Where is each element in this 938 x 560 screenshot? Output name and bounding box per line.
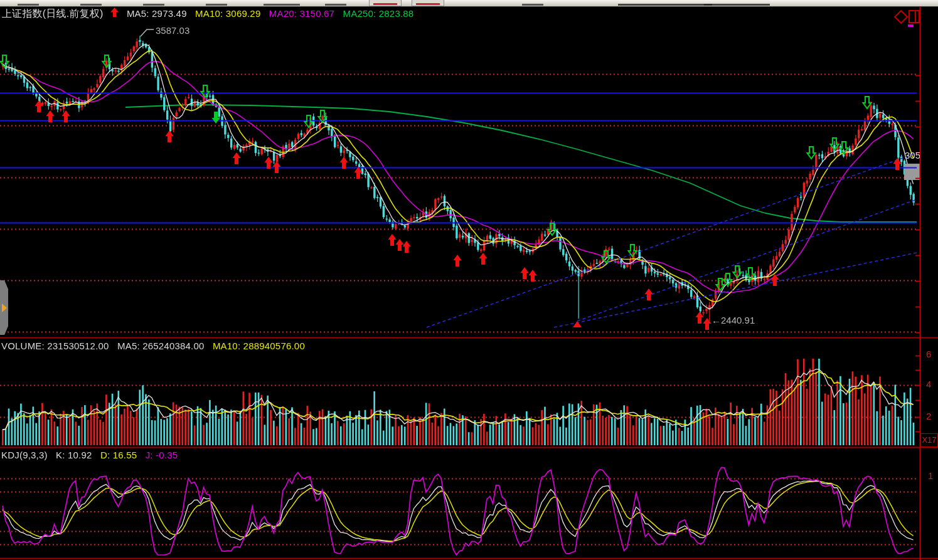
ma5-value: MA5: 2973.49 (127, 8, 187, 19)
kdj-j-value: J: -0.35 (146, 450, 178, 460)
volume-header: VOLUME: 231530512.00 MA5: 265240384.00 M… (1, 341, 311, 351)
buy-signal-icon (110, 8, 119, 19)
menu-button-stub[interactable] (369, 0, 402, 6)
kdj-axis-label: 1 (928, 470, 933, 481)
menu-item-stub[interactable] (522, 4, 543, 6)
volume-ma5-value: MA5: 265240384.00 (117, 341, 205, 351)
kdj-header: KDJ(9,3,3) K: 10.92 D: 16.55 J: -0.35 (1, 450, 183, 460)
ma250-value: MA250: 2823.88 (343, 8, 414, 19)
menu-item-stub[interactable] (264, 4, 300, 6)
split-window-icon[interactable] (909, 10, 920, 23)
kdj-d-value: D: 16.55 (100, 450, 137, 460)
ma10-value: MA10: 3069.29 (195, 8, 260, 19)
menubar[interactable] (0, 0, 938, 7)
menu-button-stub[interactable] (412, 0, 444, 6)
trough-price-annotation: ←2440.91 (711, 315, 755, 325)
menu-item-stub[interactable] (80, 4, 102, 6)
sidebar-expand-handle[interactable] (0, 280, 8, 335)
expand-arrow-icon (2, 304, 7, 312)
symbol-title: 上证指数(日线.前复权) (2, 8, 104, 19)
volume-axis-label-6: 6 (926, 349, 931, 359)
volume-axis-label-2: 2 (926, 411, 931, 421)
volume-multiplier-label: X17 (920, 433, 938, 447)
kdj-name: KDJ(9,3,3) (1, 450, 48, 460)
menu-item-stub[interactable] (18, 4, 39, 6)
chart-canvas[interactable] (0, 0, 938, 560)
main-chart-header: 上证指数(日线.前复权) MA5: 2973.49 MA10: 3069.29 … (2, 8, 419, 21)
volume-ma10-value: MA10: 288940576.00 (213, 341, 305, 351)
ma20-value: MA20: 3150.67 (269, 8, 334, 19)
volume-value: VOLUME: 231530512.00 (1, 341, 109, 351)
volume-axis-label-4: 4 (926, 379, 931, 389)
menu-item-stub[interactable] (206, 4, 227, 6)
menu-item-stub[interactable] (618, 4, 712, 6)
peak-price-annotation: 3587.03 (156, 25, 189, 36)
menu-item-stub[interactable] (704, 4, 770, 6)
kdj-k-value: K: 10.92 (56, 450, 92, 460)
menu-item-stub[interactable] (325, 4, 346, 6)
last-price-label: 305 (905, 150, 920, 161)
magenta-marker-icon (908, 24, 914, 27)
menu-item-stub[interactable] (143, 4, 164, 6)
